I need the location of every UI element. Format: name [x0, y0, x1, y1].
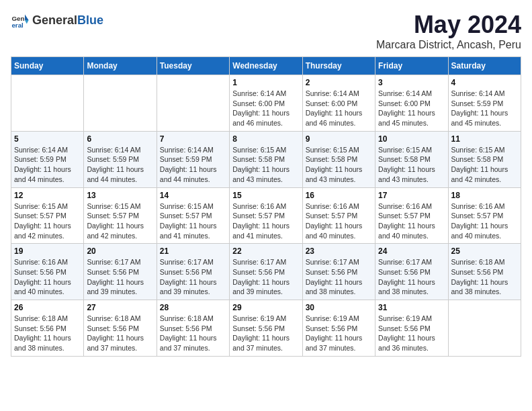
table-row: 16Sunrise: 6:16 AM Sunset: 5:57 PM Dayli… — [302, 187, 375, 244]
day-info: Sunrise: 6:16 AM Sunset: 5:57 PM Dayligh… — [232, 201, 299, 241]
day-info: Sunrise: 6:14 AM Sunset: 6:00 PM Dayligh… — [378, 89, 445, 128]
logo-icon: Gen eral — [11, 11, 30, 30]
day-number: 1 — [232, 78, 299, 87]
table-row — [157, 75, 229, 132]
day-number: 30 — [306, 303, 372, 312]
logo: Gen eral GeneralBlue — [11, 11, 103, 30]
day-number: 28 — [160, 303, 226, 312]
day-number: 9 — [306, 134, 372, 144]
day-info: Sunrise: 6:18 AM Sunset: 5:56 PM Dayligh… — [160, 314, 226, 353]
table-row: 3Sunrise: 6:14 AM Sunset: 6:00 PM Daylig… — [375, 75, 448, 132]
day-number: 29 — [232, 303, 299, 312]
logo-general-text: General — [32, 13, 77, 27]
table-row: 28Sunrise: 6:18 AM Sunset: 5:56 PM Dayli… — [157, 300, 229, 357]
logo-blue-text: Blue — [77, 13, 103, 27]
day-info: Sunrise: 6:14 AM Sunset: 5:59 PM Dayligh… — [87, 145, 153, 185]
location-title: Marcara District, Ancash, Peru — [376, 39, 521, 51]
day-number: 7 — [160, 134, 226, 144]
table-row: 1Sunrise: 6:14 AM Sunset: 6:00 PM Daylig… — [230, 75, 302, 132]
table-row: 22Sunrise: 6:17 AM Sunset: 5:56 PM Dayli… — [230, 244, 302, 300]
day-number: 31 — [378, 303, 445, 312]
month-title: May 2024 — [376, 11, 521, 39]
day-number: 19 — [14, 246, 81, 256]
weekday-header-row: Sunday Monday Tuesday Wednesday Thursday… — [11, 57, 521, 75]
day-info: Sunrise: 6:19 AM Sunset: 5:56 PM Dayligh… — [232, 314, 299, 353]
header: Gen eral GeneralBlue May 2024 Marcara Di… — [11, 11, 521, 51]
week-row-3: 19Sunrise: 6:16 AM Sunset: 5:56 PM Dayli… — [11, 244, 521, 300]
svg-marker-3 — [25, 20, 29, 24]
table-row: 14Sunrise: 6:15 AM Sunset: 5:57 PM Dayli… — [157, 187, 229, 244]
table-row: 27Sunrise: 6:18 AM Sunset: 5:56 PM Dayli… — [84, 300, 157, 357]
table-row: 11Sunrise: 6:15 AM Sunset: 5:58 PM Dayli… — [448, 131, 521, 187]
day-info: Sunrise: 6:15 AM Sunset: 5:58 PM Dayligh… — [232, 145, 299, 185]
day-info: Sunrise: 6:15 AM Sunset: 5:57 PM Dayligh… — [160, 201, 226, 241]
day-number: 4 — [451, 78, 518, 87]
day-number: 3 — [378, 78, 445, 87]
table-row — [84, 75, 157, 132]
day-info: Sunrise: 6:14 AM Sunset: 5:59 PM Dayligh… — [451, 89, 518, 128]
table-row: 20Sunrise: 6:17 AM Sunset: 5:56 PM Dayli… — [84, 244, 157, 300]
day-info: Sunrise: 6:17 AM Sunset: 5:56 PM Dayligh… — [378, 257, 445, 297]
header-thursday: Thursday — [302, 57, 375, 75]
day-number: 6 — [87, 134, 153, 144]
header-monday: Monday — [84, 57, 157, 75]
table-row: 9Sunrise: 6:15 AM Sunset: 5:58 PM Daylig… — [302, 131, 375, 187]
day-number: 2 — [306, 78, 372, 87]
day-info: Sunrise: 6:14 AM Sunset: 5:59 PM Dayligh… — [160, 145, 226, 185]
day-number: 14 — [160, 191, 226, 200]
week-row-1: 5Sunrise: 6:14 AM Sunset: 5:59 PM Daylig… — [11, 131, 521, 187]
day-number: 12 — [14, 191, 81, 200]
day-number: 20 — [87, 246, 153, 256]
table-row: 21Sunrise: 6:17 AM Sunset: 5:56 PM Dayli… — [157, 244, 229, 300]
day-info: Sunrise: 6:15 AM Sunset: 5:58 PM Dayligh… — [378, 145, 445, 185]
table-row: 6Sunrise: 6:14 AM Sunset: 5:59 PM Daylig… — [84, 131, 157, 187]
table-row: 30Sunrise: 6:19 AM Sunset: 5:56 PM Dayli… — [302, 300, 375, 357]
table-row: 7Sunrise: 6:14 AM Sunset: 5:59 PM Daylig… — [157, 131, 229, 187]
table-row: 26Sunrise: 6:18 AM Sunset: 5:56 PM Dayli… — [11, 300, 84, 357]
table-row: 23Sunrise: 6:17 AM Sunset: 5:56 PM Dayli… — [302, 244, 375, 300]
table-row: 13Sunrise: 6:15 AM Sunset: 5:57 PM Dayli… — [84, 187, 157, 244]
day-number: 21 — [160, 246, 226, 256]
week-row-0: 1Sunrise: 6:14 AM Sunset: 6:00 PM Daylig… — [11, 75, 521, 132]
week-row-4: 26Sunrise: 6:18 AM Sunset: 5:56 PM Dayli… — [11, 300, 521, 357]
day-info: Sunrise: 6:15 AM Sunset: 5:57 PM Dayligh… — [14, 201, 81, 241]
header-sunday: Sunday — [11, 57, 84, 75]
day-number: 17 — [378, 191, 445, 200]
day-info: Sunrise: 6:18 AM Sunset: 5:56 PM Dayligh… — [451, 257, 518, 297]
day-info: Sunrise: 6:19 AM Sunset: 5:56 PM Dayligh… — [378, 314, 445, 353]
day-info: Sunrise: 6:18 AM Sunset: 5:56 PM Dayligh… — [87, 314, 153, 353]
day-number: 5 — [14, 134, 81, 144]
day-number: 11 — [451, 134, 518, 144]
week-row-2: 12Sunrise: 6:15 AM Sunset: 5:57 PM Dayli… — [11, 187, 521, 244]
day-info: Sunrise: 6:17 AM Sunset: 5:56 PM Dayligh… — [160, 257, 226, 297]
table-row: 31Sunrise: 6:19 AM Sunset: 5:56 PM Dayli… — [375, 300, 448, 357]
day-number: 26 — [14, 303, 81, 312]
day-info: Sunrise: 6:14 AM Sunset: 6:00 PM Dayligh… — [232, 89, 299, 128]
day-info: Sunrise: 6:14 AM Sunset: 5:59 PM Dayligh… — [14, 145, 81, 185]
day-number: 22 — [232, 246, 299, 256]
table-row: 5Sunrise: 6:14 AM Sunset: 5:59 PM Daylig… — [11, 131, 84, 187]
day-number: 8 — [232, 134, 299, 144]
table-row: 2Sunrise: 6:14 AM Sunset: 6:00 PM Daylig… — [302, 75, 375, 132]
day-info: Sunrise: 6:18 AM Sunset: 5:56 PM Dayligh… — [14, 314, 81, 353]
day-info: Sunrise: 6:15 AM Sunset: 5:58 PM Dayligh… — [451, 145, 518, 185]
day-info: Sunrise: 6:16 AM Sunset: 5:56 PM Dayligh… — [14, 257, 81, 297]
day-info: Sunrise: 6:19 AM Sunset: 5:56 PM Dayligh… — [306, 314, 372, 353]
day-info: Sunrise: 6:16 AM Sunset: 5:57 PM Dayligh… — [451, 201, 518, 241]
day-number: 23 — [306, 246, 372, 256]
day-number: 25 — [451, 246, 518, 256]
day-number: 15 — [232, 191, 299, 200]
day-info: Sunrise: 6:17 AM Sunset: 5:56 PM Dayligh… — [306, 257, 372, 297]
table-row: 18Sunrise: 6:16 AM Sunset: 5:57 PM Dayli… — [448, 187, 521, 244]
header-friday: Friday — [375, 57, 448, 75]
table-row: 24Sunrise: 6:17 AM Sunset: 5:56 PM Dayli… — [375, 244, 448, 300]
table-row — [11, 75, 84, 132]
table-row: 4Sunrise: 6:14 AM Sunset: 5:59 PM Daylig… — [448, 75, 521, 132]
svg-text:eral: eral — [11, 21, 24, 29]
day-info: Sunrise: 6:16 AM Sunset: 5:57 PM Dayligh… — [306, 201, 372, 241]
header-saturday: Saturday — [448, 57, 521, 75]
day-info: Sunrise: 6:15 AM Sunset: 5:58 PM Dayligh… — [306, 145, 372, 185]
table-row — [448, 300, 521, 357]
header-wednesday: Wednesday — [230, 57, 302, 75]
day-info: Sunrise: 6:16 AM Sunset: 5:57 PM Dayligh… — [378, 201, 445, 241]
